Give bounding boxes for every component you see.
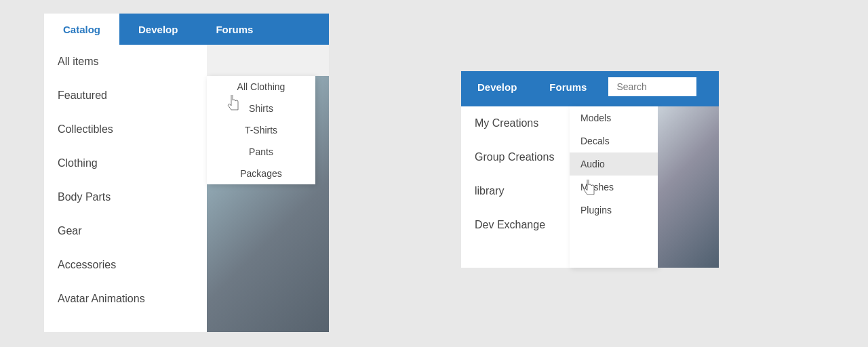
submenu-tshirts[interactable]: T-Shirts	[207, 119, 315, 141]
nav-forums[interactable]: Forums	[197, 14, 272, 45]
submenu-audio[interactable]: Audio	[570, 152, 658, 176]
menu-group-creations[interactable]: Group Creations	[461, 140, 570, 174]
menu-my-creations[interactable]: My Creations	[461, 106, 570, 140]
submenu-packages[interactable]: Packages	[207, 163, 315, 184]
submenu-all-clothing[interactable]: All Clothing	[207, 76, 315, 98]
right-nav-forums[interactable]: Forums	[533, 71, 603, 102]
submenu-plugins[interactable]: Plugins	[570, 199, 658, 222]
right-nav-develop[interactable]: Develop	[461, 71, 533, 102]
right-nav-bar: Develop Forums	[461, 71, 719, 102]
menu-library[interactable]: library	[461, 174, 570, 208]
nav-catalog[interactable]: Catalog	[44, 14, 119, 45]
sidebar-gear[interactable]: Gear	[44, 214, 207, 248]
develop-menu: My Creations Group Creations library Dev…	[461, 106, 570, 268]
nav-develop[interactable]: Develop	[119, 14, 197, 45]
menu-dev-exchange[interactable]: Dev Exchange	[461, 208, 570, 242]
sidebar-accessories[interactable]: Accessories	[44, 248, 207, 282]
sidebar-body-parts[interactable]: Body Parts	[44, 180, 207, 214]
submenu-decals[interactable]: Decals	[570, 129, 658, 152]
left-sidebar: All items Feautured Collectibles Clothin…	[44, 45, 207, 332]
right-content-bg	[658, 106, 719, 268]
left-nav-bar: Catalog Develop Forums	[44, 14, 329, 45]
sidebar-clothing[interactable]: Clothing	[44, 146, 207, 180]
sidebar-collectibles[interactable]: Collectibles	[44, 113, 207, 146]
submenu-models[interactable]: Models	[570, 106, 658, 129]
sidebar-featured[interactable]: Feautured	[44, 79, 207, 113]
submenu-pants[interactable]: Pants	[207, 141, 315, 163]
left-panel: Catalog Develop Forums All items Feautur…	[44, 14, 329, 332]
right-panel: Develop Forums My Creations Group Creati…	[461, 71, 719, 268]
library-submenu: Models Decals Audio Meshes Plugins	[570, 106, 658, 268]
submenu-shirts[interactable]: Shirts	[207, 98, 315, 119]
search-input[interactable]	[608, 77, 696, 96]
submenu-meshes[interactable]: Meshes	[570, 176, 658, 199]
clothing-submenu: All Clothing Shirts T-Shirts Pants Packa…	[207, 76, 315, 184]
sidebar-avatar-animations[interactable]: Avatar Animations	[44, 282, 207, 316]
sidebar-all-items[interactable]: All items	[44, 45, 207, 79]
